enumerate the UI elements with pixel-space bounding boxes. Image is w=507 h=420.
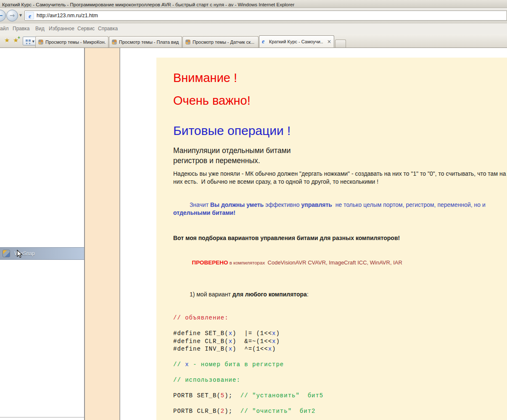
menu-view[interactable]: Вид <box>35 24 45 34</box>
code-line: #define INV_B(x) ^=(1<<x) <box>173 345 507 353</box>
heading-bit-operations: Битовые операции ! <box>173 123 507 138</box>
code-token: x <box>268 346 272 352</box>
navigation-bar: ← → ▼ e http://avr123.nm.ru/z1.htm <box>0 8 507 24</box>
content-area: Внимание ! Очень важно! Битовые операции… <box>0 48 507 420</box>
text-segment: отдельными битами! <box>173 209 235 216</box>
code-line: #define CLR_B(x) &=~(1<<x) <box>173 338 507 346</box>
forward-arrow-icon: → <box>10 12 15 19</box>
code-token: ) <box>276 330 280 337</box>
text-segment: : <box>307 291 309 298</box>
text-segment: для любого компилятора <box>232 291 307 298</box>
menu-favorites[interactable]: Избранное <box>49 24 74 34</box>
paragraph-selection: Вот моя подборка вариантов управления би… <box>173 234 507 242</box>
tab-label: Просмотр темы - МикроКон... <box>45 40 106 45</box>
tab-forum-sensor[interactable]: Просмотр темы - Датчик ск... <box>182 36 259 48</box>
new-tab-stub[interactable] <box>335 40 346 48</box>
tab-label: Краткий Курс - Самоучи... <box>269 39 323 44</box>
ie-logo-icon: e <box>29 13 31 19</box>
code-token: PORTB SET_B( <box>173 392 221 399</box>
text-segment: не только целым портом, регистром, перем… <box>332 201 487 208</box>
paragraph-proven: ПРОВЕРЕНО в компиляторах CodeVisionAVR C… <box>173 251 507 274</box>
tab-label: Просмотр темы - Плата вид... <box>119 40 179 45</box>
code-token: ) ^=(1<< <box>232 346 268 352</box>
tab-kratkiy-kurs-active[interactable]: e Краткий Курс - Самоучи... × <box>259 35 334 48</box>
text-segment: в компиляторах <box>228 260 268 265</box>
text-segment: Вы должны уметь <box>210 201 264 208</box>
code-line: #define SET_B(x) |= (1<<x) <box>173 330 507 338</box>
ie-page-icon: e <box>262 38 267 45</box>
code-token: x <box>229 338 232 345</box>
winsnap-taskbar-item[interactable]: WinSnap <box>0 247 84 260</box>
tab-close-icon[interactable]: × <box>325 39 331 45</box>
paragraph-variant: 1) мой вариант для любого компилятора: <box>173 283 507 306</box>
code-line <box>173 384 507 392</box>
code-token: 2 <box>221 408 224 415</box>
menu-tools[interactable]: Сервис <box>77 24 95 34</box>
paragraph-intro: Надеюсь вы уже поняли - МК обычно должен… <box>173 170 507 186</box>
code-line <box>173 353 507 361</box>
toc-frame <box>85 48 119 420</box>
forum-topic-icon <box>185 40 190 45</box>
proven-label: ПРОВЕРЕНО <box>192 259 228 266</box>
code-line: // объявление: <box>173 314 507 322</box>
back-button[interactable]: ← <box>0 10 6 21</box>
forward-button[interactable]: → <box>6 10 18 21</box>
heading-important: Очень важно! <box>173 93 507 108</box>
text-segment: Значит <box>190 201 210 208</box>
window-titlebar[interactable]: Краткий Курс - Самоучитель - Программиро… <box>0 0 507 8</box>
code-token: ); <box>224 392 240 399</box>
favorites-center-icon[interactable]: ★ <box>4 37 10 44</box>
code-token: ) <box>272 346 276 352</box>
back-arrow-icon: ← <box>0 12 3 19</box>
code-line: PORTB CLR_B(2); // "очистить" бит2 <box>173 407 507 415</box>
code-token: ) <box>276 338 280 345</box>
code-token: 5 <box>221 392 224 399</box>
browser-window: Краткий Курс - Самоучитель - Программиро… <box>0 0 507 420</box>
tab-forum-microcontroller[interactable]: Просмотр темы - МикроКон... <box>35 36 108 48</box>
recent-pages-dropdown-icon[interactable]: ▼ <box>19 13 22 17</box>
code-line: // x - номер бита в регистре <box>173 361 507 369</box>
menu-bar: айл Правка Вид Избранное Сервис Справка <box>0 24 507 34</box>
left-frame <box>0 48 84 420</box>
code-line <box>173 400 507 408</box>
code-token: x <box>229 330 232 337</box>
code-line <box>173 322 507 330</box>
main-frame: Внимание ! Очень важно! Битовые операции… <box>120 48 507 420</box>
code-token: ) |= (1<< <box>232 330 272 337</box>
winsnap-icon <box>3 250 10 257</box>
text-segment: управлять <box>301 201 332 208</box>
code-block: // объявление: #define SET_B(x) |= (1<<x… <box>173 314 507 420</box>
quick-tabs-dropdown-icon: ▼ <box>32 40 34 43</box>
subheading-manipulation: Манипуляции отдельными битами регистров … <box>173 145 507 166</box>
menu-edit[interactable]: Правка <box>13 24 30 34</box>
text-segment: 1) мой вариант <box>190 291 232 298</box>
heading-attention: Внимание ! <box>173 71 507 85</box>
code-token: // "установить" бит5 <box>240 392 323 399</box>
code-token: // <box>173 361 185 368</box>
forum-topic-icon <box>112 40 117 45</box>
paragraph-manage: Значит Вы должны уметь эффективно управл… <box>173 193 507 225</box>
tab-forum-videocard[interactable]: Просмотр темы - Плата вид... <box>109 36 182 48</box>
code-token: x <box>185 361 189 368</box>
quick-tabs-button[interactable]: ▼ <box>23 37 36 45</box>
menu-help[interactable]: Справка <box>98 24 118 34</box>
code-line <box>173 415 507 420</box>
code-token: #define CLR_B( <box>173 338 229 345</box>
code-token: #define SET_B( <box>173 330 229 337</box>
compilers-list: CodeVisionAVR CVAVR, ImageCraft ICC, Win… <box>268 259 402 266</box>
left-frame-bottom-border <box>0 417 84 417</box>
code-token: // использование: <box>173 377 240 383</box>
code-token: x <box>229 346 232 352</box>
text-segment: эффективно <box>264 201 301 208</box>
window-title: Краткий Курс - Самоучитель - Программиро… <box>2 2 294 7</box>
address-input[interactable]: http://avr123.nm.ru/z1.htm <box>37 11 98 20</box>
menu-file[interactable]: айл <box>0 24 8 34</box>
mouse-cursor <box>17 250 23 259</box>
code-token: PORTB CLR_B( <box>173 408 221 415</box>
article-page: Внимание ! Очень важно! Битовые операции… <box>156 58 507 420</box>
forum-topic-icon <box>38 40 43 45</box>
tab-bar: ★ ★ + ▼ Просмотр темы - МикроКон... Прос… <box>0 34 507 48</box>
address-bar[interactable]: e http://avr123.nm.ru/z1.htm <box>24 11 507 21</box>
code-token: ) &=~(1<< <box>232 338 272 345</box>
code-line <box>173 369 507 377</box>
